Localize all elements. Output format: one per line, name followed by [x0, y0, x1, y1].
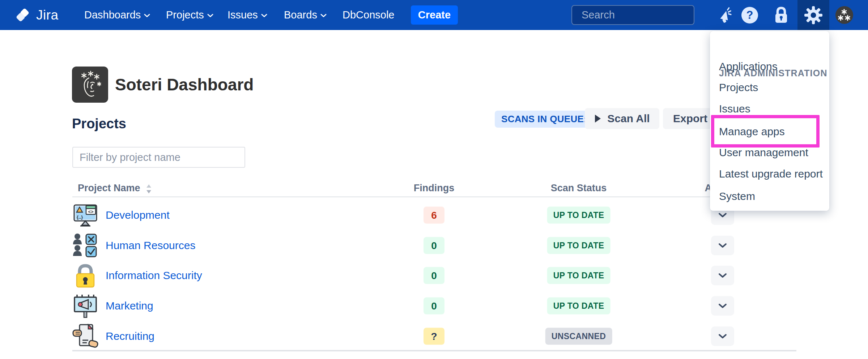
project-link[interactable]: Human Resources [106, 239, 195, 252]
jira-logo-text: Jira [36, 8, 59, 23]
top-navbar: Jira Dashboards Projects Issues Boards D… [0, 0, 868, 30]
row-actions-button[interactable] [711, 296, 734, 316]
marketing-icon [72, 293, 98, 319]
create-button[interactable]: Create [411, 5, 458, 25]
menu-item-applications[interactable]: Applications [719, 59, 778, 74]
column-header-scan-status: Scan Status [551, 183, 607, 194]
page-title: Soteri Dashboard [115, 75, 254, 94]
findings-badge: 6 [424, 207, 444, 224]
row-actions-button[interactable] [711, 266, 734, 285]
column-header-findings: Findings [414, 183, 454, 194]
table-bottom-divider [72, 350, 796, 351]
chevron-down-icon [718, 243, 727, 248]
help-button[interactable]: ? [740, 0, 760, 30]
column-header-project-name: Project Name [78, 183, 140, 194]
findings-badge: 0 [424, 237, 444, 254]
status-badge: UP TO DATE [547, 237, 610, 254]
menu-item-projects[interactable]: Projects [719, 80, 758, 95]
admin-gear-button[interactable] [797, 0, 829, 30]
status-badge: UP TO DATE [547, 298, 610, 315]
search-input[interactable] [582, 9, 718, 21]
hr-icon [72, 232, 98, 258]
project-link[interactable]: Recruiting [106, 330, 154, 342]
nav-item-issues[interactable]: Issues [227, 0, 267, 30]
chevron-down-icon [207, 14, 213, 18]
project-link[interactable]: Development [106, 209, 170, 221]
nav-item-projects[interactable]: Projects [166, 0, 213, 30]
permissions-button[interactable] [771, 0, 792, 30]
snowflakes-avatar-icon [837, 8, 852, 23]
recruiting-icon [72, 323, 98, 349]
row-actions-button[interactable] [711, 236, 734, 255]
jira-administration-menu: JIRA ADMINISTRATION Applications Project… [710, 31, 829, 211]
chevron-down-icon [144, 14, 150, 18]
table-header-divider [72, 196, 796, 197]
avatar [835, 6, 853, 24]
chevron-down-icon [718, 273, 727, 278]
lock-icon [773, 6, 790, 24]
status-badge: UP TO DATE [547, 207, 610, 224]
security-icon [72, 262, 98, 289]
announcements-button[interactable] [713, 0, 737, 30]
jira-logo-icon [16, 7, 33, 23]
status-badge: UNSCANNED [545, 328, 612, 345]
megaphone-icon [717, 7, 733, 23]
projects-heading: Projects [72, 116, 126, 132]
menu-item-latest-upgrade-report[interactable]: Latest upgrade report [719, 166, 823, 181]
table-row: Marketing 0 UP TO DATE [0, 291, 868, 321]
play-icon [594, 114, 601, 123]
project-link[interactable]: Information Security [106, 269, 202, 282]
table-row: Human Resources 0 UP TO DATE [0, 230, 868, 261]
chevron-down-icon [718, 303, 727, 308]
chevron-down-icon [320, 14, 327, 18]
nav-item-boards[interactable]: Boards [284, 0, 327, 30]
svg-text:{..}: {..} [77, 214, 83, 220]
findings-badge: ? [424, 328, 444, 345]
status-badge: UP TO DATE [547, 267, 610, 284]
menu-item-manage-apps[interactable]: Manage apps [719, 124, 785, 139]
table-row: Recruiting ? UNSCANNED [0, 321, 868, 351]
soteri-face-icon [75, 69, 105, 100]
menu-item-issues[interactable]: Issues [719, 101, 750, 116]
project-filter-input[interactable] [72, 147, 245, 168]
project-link[interactable]: Marketing [106, 300, 153, 312]
sort-icon[interactable] [146, 184, 152, 196]
svg-text:<>: <> [88, 209, 94, 214]
chevron-down-icon [261, 14, 267, 18]
user-avatar-button[interactable] [834, 0, 854, 30]
gear-icon [804, 6, 823, 25]
row-actions-button[interactable] [711, 326, 734, 346]
nav-item-dashboards[interactable]: Dashboards [84, 0, 150, 30]
findings-badge: 0 [424, 298, 444, 315]
menu-item-user-management[interactable]: User management [719, 145, 808, 160]
scan-all-button[interactable]: Scan All [585, 108, 659, 129]
nav-item-dbconsole[interactable]: DbConsole [342, 0, 394, 30]
jira-logo[interactable]: Jira [16, 0, 59, 30]
menu-item-system[interactable]: System [719, 189, 755, 204]
soteri-app-logo [72, 67, 108, 103]
findings-badge: 0 [424, 267, 444, 284]
table-row: Information Security 0 UP TO DATE [0, 260, 868, 291]
chevron-down-icon [718, 213, 727, 218]
development-icon: <> {..} [72, 202, 98, 228]
search-box[interactable] [571, 5, 694, 25]
chevron-down-icon [718, 334, 727, 339]
help-icon: ? [741, 7, 758, 23]
